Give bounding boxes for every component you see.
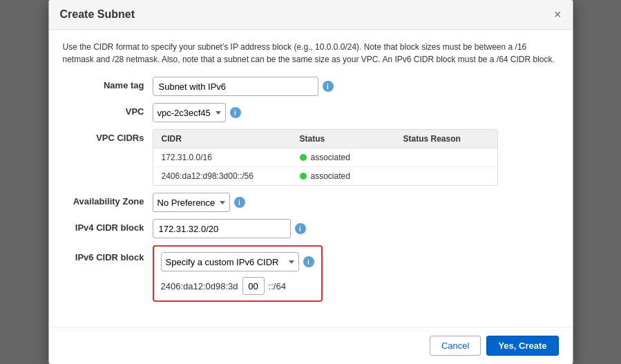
status-dot-1: [300, 154, 307, 161]
vpc-cidrs-label: VPC CIDRs: [63, 129, 153, 143]
ipv6-prefix-text: 2406:da12:0d98:3d: [161, 281, 238, 291]
ipv4-cidr-row: IPv4 CIDR block i: [63, 219, 559, 238]
ipv4-cidr-input[interactable]: [153, 219, 291, 238]
vpc-info-icon[interactable]: i: [230, 107, 241, 118]
availability-zone-control: No Preference i: [153, 193, 245, 212]
dialog-body: Use the CIDR format to specify your subn…: [49, 30, 573, 327]
cidr-table: CIDR Status Status Reason 172.31.0.0/16 …: [153, 129, 498, 186]
status-cell-2: associated: [292, 167, 395, 185]
status-reason-cell-1: [395, 149, 497, 166]
close-button[interactable]: ×: [554, 8, 562, 21]
availability-zone-select[interactable]: No Preference: [153, 193, 230, 212]
name-tag-control: i: [153, 77, 334, 96]
status-reason-cell-2: [395, 167, 497, 185]
create-button[interactable]: Yes, Create: [486, 336, 558, 356]
cidr-col-header: CIDR: [153, 130, 292, 148]
dialog-description: Use the CIDR format to specify your subn…: [63, 41, 559, 66]
vpc-cidrs-section: VPC CIDRs CIDR Status Status Reason 172.…: [63, 129, 559, 186]
ipv4-cidr-control: i: [153, 219, 306, 238]
name-tag-label: Name tag: [63, 77, 153, 90]
status-reason-col-header: Status Reason: [395, 130, 497, 148]
name-tag-input[interactable]: [153, 77, 318, 96]
cidr-table-header: CIDR Status Status Reason: [153, 130, 497, 149]
availability-zone-info-icon[interactable]: i: [234, 197, 245, 208]
dialog-footer: Cancel Yes, Create: [49, 327, 573, 364]
vpc-select[interactable]: vpc-2c3ecf45: [153, 103, 226, 122]
status-text-1: associated: [311, 153, 350, 162]
ipv6-cidr-select[interactable]: Specify a custom IPv6 CIDR: [161, 252, 299, 271]
name-tag-info-icon[interactable]: i: [323, 81, 334, 92]
cidr-cell-1: 172.31.0.0/16: [153, 149, 292, 166]
vpc-row: VPC vpc-2c3ecf45 i: [63, 103, 559, 122]
ipv6-middle-input[interactable]: [242, 277, 265, 295]
dialog-title: Create Subnet: [60, 8, 135, 21]
ipv6-select-row: Specify a custom IPv6 CIDR i: [161, 252, 314, 271]
vpc-control: vpc-2c3ecf45 i: [153, 103, 241, 122]
table-row: 172.31.0.0/16 associated: [153, 149, 497, 167]
ipv6-cidr-label: IPv6 CIDR block: [63, 245, 153, 262]
ipv6-input-row: 2406:da12:0d98:3d ::/64: [161, 277, 314, 295]
availability-zone-row: Availability Zone No Preference i: [63, 193, 559, 212]
ipv4-cidr-info-icon[interactable]: i: [295, 223, 306, 234]
table-row: 2406:da12:d98:3d00::/56 associated: [153, 167, 497, 185]
status-cell-1: associated: [292, 149, 395, 166]
ipv4-cidr-label: IPv4 CIDR block: [63, 219, 153, 233]
ipv6-info-icon[interactable]: i: [303, 256, 314, 267]
status-col-header: Status: [292, 130, 395, 148]
status-text-2: associated: [311, 171, 350, 181]
ipv6-suffix-text: ::/64: [269, 281, 286, 291]
cancel-button[interactable]: Cancel: [430, 336, 481, 356]
name-tag-row: Name tag i: [63, 77, 559, 96]
ipv6-cidr-section: Specify a custom IPv6 CIDR i 2406:da12:0…: [153, 245, 323, 302]
status-dot-2: [300, 173, 307, 180]
create-subnet-dialog: Create Subnet × Use the CIDR format to s…: [48, 0, 573, 364]
ipv6-cidr-outer: IPv6 CIDR block Specify a custom IPv6 CI…: [63, 245, 559, 309]
availability-zone-label: Availability Zone: [63, 193, 153, 207]
cidr-cell-2: 2406:da12:d98:3d00::/56: [153, 167, 292, 185]
vpc-label: VPC: [63, 103, 153, 117]
dialog-header: Create Subnet ×: [49, 0, 573, 30]
